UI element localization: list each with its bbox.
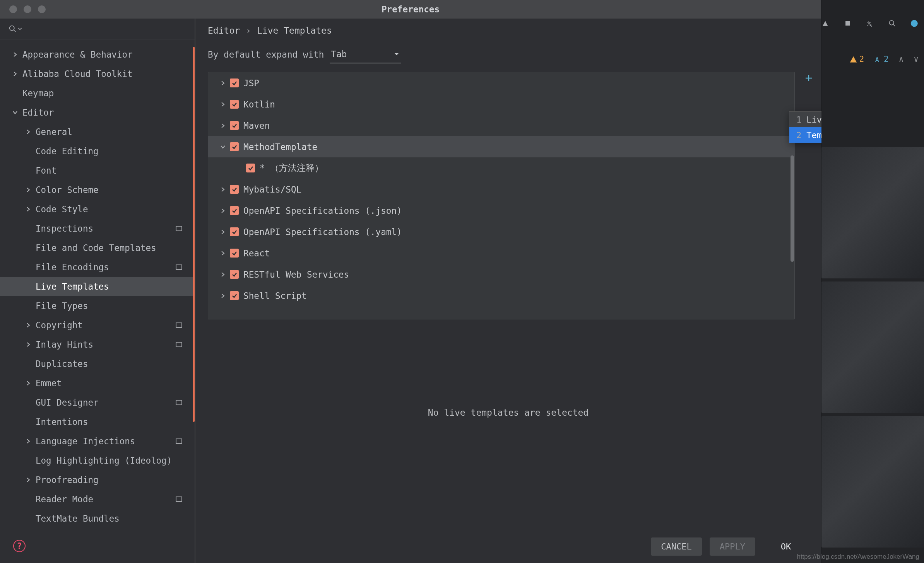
- weak-warnings-badge[interactable]: A 2: [874, 55, 889, 64]
- apply-button[interactable]: APPLY: [710, 537, 755, 556]
- checkbox-icon[interactable]: [246, 164, 255, 172]
- popup-item-index: 1: [796, 115, 801, 125]
- sidebar-item[interactable]: Language Injections: [0, 432, 195, 451]
- template-row[interactable]: MethodTemplate: [208, 136, 794, 157]
- cancel-button[interactable]: CANCEL: [651, 537, 702, 556]
- expand-with-row: By default expand with Tab: [195, 43, 821, 67]
- sidebar-item[interactable]: Copyright: [0, 316, 195, 335]
- checkbox-icon[interactable]: [230, 291, 239, 300]
- sidebar-item[interactable]: File Types: [0, 296, 195, 316]
- expand-with-value: Tab: [331, 49, 347, 59]
- stop-icon[interactable]: [844, 18, 852, 29]
- minimize-icon[interactable]: [24, 5, 31, 13]
- chevron-right-icon: [221, 293, 225, 298]
- sidebar-item-label: General: [36, 127, 72, 137]
- sidebar-item[interactable]: Live Templates: [0, 277, 195, 296]
- sidebar-item-label: GUI Designer: [36, 398, 99, 408]
- sidebar-item[interactable]: Inlay Hints: [0, 335, 195, 354]
- sidebar-item[interactable]: Appearance & Behavior: [0, 45, 195, 64]
- sidebar-item[interactable]: GUI Designer: [0, 393, 195, 412]
- template-label: MethodTemplate: [243, 142, 317, 152]
- template-row[interactable]: OpenAPI Specifications (.yaml): [208, 221, 794, 242]
- user-icon[interactable]: [910, 18, 918, 29]
- sidebar-item[interactable]: Editor: [0, 103, 195, 122]
- expand-with-select[interactable]: Tab: [330, 46, 401, 63]
- template-row[interactable]: RESTful Web Services: [208, 264, 794, 285]
- project-scope-icon: [176, 342, 182, 347]
- sidebar-item-label: File Types: [36, 301, 88, 311]
- breadcrumb-root[interactable]: Editor: [208, 26, 240, 36]
- template-row[interactable]: React: [208, 242, 794, 264]
- settings-tree[interactable]: Appearance & BehaviorAlibaba Cloud Toolk…: [0, 39, 195, 563]
- sidebar-item-label: Inlay Hints: [36, 340, 93, 350]
- sidebar-item[interactable]: General: [0, 122, 195, 142]
- templates-scrollbar[interactable]: [791, 155, 794, 262]
- svg-point-5: [889, 20, 893, 25]
- checkbox-icon[interactable]: [230, 227, 239, 236]
- close-icon[interactable]: [9, 5, 17, 13]
- sidebar-item[interactable]: Proofreading: [0, 470, 195, 490]
- template-row[interactable]: OpenAPI Specifications (.json): [208, 200, 794, 221]
- help-button[interactable]: ?: [13, 540, 26, 552]
- checkbox-icon[interactable]: [230, 206, 239, 215]
- sidebar-item[interactable]: Intentions: [0, 412, 195, 432]
- sidebar-item[interactable]: Code Editing: [0, 142, 195, 161]
- prev-highlight-icon[interactable]: ∧: [899, 55, 904, 64]
- template-row[interactable]: JSP: [208, 72, 794, 94]
- sidebar-item-label: Copyright: [36, 320, 83, 330]
- svg-point-0: [10, 26, 14, 31]
- sidebar-item[interactable]: Duplicates: [0, 354, 195, 374]
- template-row[interactable]: Maven: [208, 115, 794, 136]
- build-icon[interactable]: [821, 18, 829, 29]
- sidebar-item-label: Color Scheme: [36, 185, 99, 195]
- sidebar-item[interactable]: TextMate Bundles: [0, 509, 195, 528]
- sidebar-scrollbar[interactable]: [193, 47, 195, 422]
- checkbox-icon[interactable]: [230, 121, 239, 130]
- checkbox-icon[interactable]: [230, 185, 239, 194]
- zoom-icon[interactable]: [38, 5, 46, 13]
- sidebar-item[interactable]: Code Style: [0, 200, 195, 219]
- search-icon[interactable]: [888, 18, 896, 29]
- add-icon[interactable]: [804, 73, 813, 83]
- template-row[interactable]: Kotlin: [208, 94, 794, 115]
- template-row[interactable]: * （方法注释）: [208, 157, 794, 179]
- template-label: Mybatis/SQL: [243, 184, 301, 194]
- sidebar-item[interactable]: Reader Mode: [0, 490, 195, 509]
- sidebar-item[interactable]: Inspections: [0, 219, 195, 238]
- template-label: Kotlin: [243, 99, 275, 109]
- breadcrumb-current: Live Templates: [257, 26, 332, 36]
- sidebar-item[interactable]: Color Scheme: [0, 180, 195, 200]
- checkbox-icon[interactable]: [230, 78, 239, 87]
- chevron-right-icon: [221, 81, 225, 85]
- checkbox-icon[interactable]: [230, 100, 239, 109]
- sidebar-item[interactable]: Font: [0, 161, 195, 180]
- svg-line-1: [14, 30, 15, 32]
- templates-list[interactable]: JSPKotlinMavenMethodTemplate* （方法注释）Myba…: [208, 72, 795, 319]
- checkbox-icon[interactable]: [230, 142, 239, 151]
- chevron-right-icon: [13, 52, 17, 57]
- window-controls: [9, 5, 46, 13]
- search-row[interactable]: [0, 19, 195, 39]
- settings-sidebar: Appearance & BehaviorAlibaba Cloud Toolk…: [0, 19, 195, 563]
- next-highlight-icon[interactable]: ∨: [914, 55, 919, 64]
- sidebar-item[interactable]: Keymap: [0, 84, 195, 103]
- watermark: https://blog.csdn.net/AwesomeJokerWang: [797, 553, 919, 561]
- template-label: JSP: [243, 78, 259, 88]
- sidebar-item[interactable]: Log Highlighting (Ideolog): [0, 451, 195, 470]
- template-row[interactable]: Shell Script: [208, 285, 794, 306]
- sidebar-item-label: Proofreading: [36, 475, 99, 485]
- checkbox-icon[interactable]: [230, 270, 239, 279]
- sidebar-item[interactable]: File Encodings: [0, 258, 195, 277]
- checkbox-icon[interactable]: [230, 249, 239, 258]
- sidebar-item[interactable]: File and Code Templates: [0, 238, 195, 258]
- inspections-widget[interactable]: 2 A 2 ∧ ∨: [821, 46, 924, 72]
- sidebar-item[interactable]: Alibaba Cloud Toolkit: [0, 64, 195, 84]
- sidebar-item[interactable]: Emmet: [0, 374, 195, 393]
- template-row[interactable]: Mybatis/SQL: [208, 179, 794, 200]
- sidebar-item-label: File and Code Templates: [36, 243, 156, 253]
- svg-point-7: [911, 20, 918, 27]
- warnings-badge[interactable]: 2: [849, 55, 864, 64]
- sidebar-item-label: Keymap: [22, 88, 54, 98]
- translate-icon[interactable]: 文A: [866, 18, 874, 29]
- template-label: * （方法注释）: [260, 162, 323, 174]
